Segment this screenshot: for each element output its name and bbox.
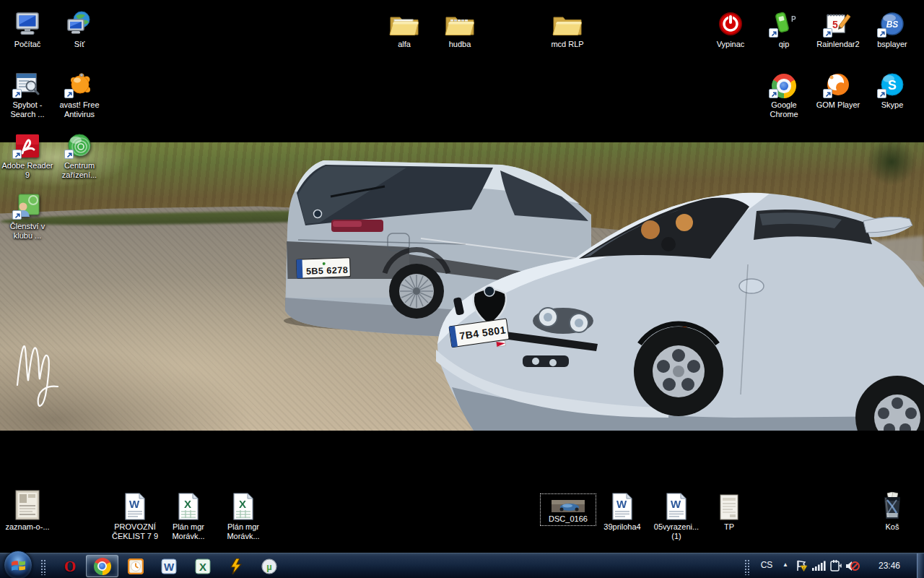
winamp-icon	[228, 558, 244, 574]
show-hidden-icons-button[interactable]: ▲	[783, 561, 788, 568]
power-icon	[714, 6, 747, 38]
svg-text:BS: BS	[886, 20, 899, 30]
icon-label: Centrum zařízení...	[52, 161, 107, 180]
icon-label: TP	[702, 522, 757, 532]
qip-icon: P	[767, 6, 801, 38]
taskbar-clock[interactable]: 23:46	[866, 561, 912, 571]
desktop-icon-pocitac[interactable]: Počítač	[0, 6, 55, 49]
icon-label: Rainlendar2	[811, 40, 866, 49]
opera-icon: O	[64, 558, 76, 576]
action-center-flag-icon[interactable]: !	[795, 559, 808, 572]
shortcut-arrow-icon	[823, 28, 832, 38]
svg-text:W: W	[616, 498, 627, 510]
taskbar-clock-app-button[interactable]	[127, 558, 144, 575]
svg-text:X: X	[199, 561, 206, 573]
shortcut-arrow-icon	[769, 28, 778, 38]
taskbar-word-button[interactable]: W	[160, 558, 178, 575]
desktop-icon-zaznam[interactable]: zaznam-o-...	[0, 488, 55, 532]
icon-label: Síť	[52, 40, 107, 49]
license-plate-left: 5B5 6278	[306, 265, 349, 277]
shortcut-arrow-icon	[769, 89, 778, 98]
shortcut-arrow-icon	[12, 150, 22, 159]
taskbar-excel-button[interactable]: X	[194, 558, 212, 575]
desktop-icon-adobe-reader[interactable]: Adobe Reader 9	[0, 127, 55, 180]
document-photo-thumbnail	[11, 488, 44, 520]
skype-icon: S	[876, 66, 909, 98]
desktop-folder-alfa[interactable]: alfa	[377, 6, 432, 49]
icon-label: PROVOZNÍ ČEKLIST 7 9	[108, 522, 162, 541]
shortcut-arrow-icon	[64, 150, 74, 159]
taskbar-chrome-button[interactable]	[86, 555, 118, 577]
taskbar-opera-button[interactable]: O	[61, 558, 79, 575]
icon-label: Plán mgr Morávk...	[216, 522, 271, 541]
desktop-icon-plan-mgr-2[interactable]: X Plán mgr Morávk...	[216, 488, 271, 541]
volume-muted-icon[interactable]	[845, 559, 860, 573]
photo-thumbnail	[552, 496, 585, 512]
icon-label: Plán mgr Morávk...	[161, 522, 216, 541]
shortcut-arrow-icon	[823, 89, 832, 98]
language-indicator[interactable]: CS	[757, 560, 776, 570]
desktop-icon-gom-player[interactable]: GOM Player	[811, 66, 866, 110]
desktop-icon-skype[interactable]: S Skype	[865, 66, 920, 110]
document-photo-thumbnail	[712, 488, 746, 520]
chrome-icon	[767, 66, 801, 98]
show-desktop-button[interactable]	[917, 553, 924, 578]
desktop-icon-dsc-0166-selected[interactable]: DSC_0166	[541, 494, 596, 525]
icon-label: avast! Free Antivirus	[52, 100, 107, 119]
toolbar-grip[interactable]	[40, 559, 47, 575]
recycle-bin-icon	[876, 488, 909, 520]
folder-icon	[443, 6, 476, 38]
desktop-icon-tp[interactable]: TP	[702, 488, 757, 532]
excel-doc-icon: X	[172, 488, 205, 520]
tray-toolbar-grip[interactable]	[744, 559, 751, 575]
desktop-icon-39priloha4[interactable]: W 39priloha4	[595, 488, 650, 532]
desktop-icon-05vyrazeni[interactable]: W 05vyrazeni... (1)	[649, 488, 704, 541]
svg-text:X: X	[184, 498, 191, 510]
svg-text:W: W	[129, 498, 140, 510]
desktop-icon-plan-mgr-1[interactable]: X Plán mgr Morávk...	[161, 488, 216, 541]
computer-icon	[11, 6, 44, 38]
taskbar-utorrent-button[interactable]: µ	[261, 558, 278, 575]
icon-label: Skype	[865, 100, 920, 110]
desktop-icon-recycle-bin[interactable]: Koš	[865, 488, 920, 532]
desktop-icon-vypinac[interactable]: Vypinac	[703, 6, 758, 49]
wallpaper-car-coupe: 7B4 5801	[430, 178, 924, 431]
desktop-icon-google-chrome[interactable]: Google Chrome	[757, 66, 811, 119]
desktop-folder-mcd-rlp[interactable]: mcd RLP	[540, 6, 595, 49]
bsplayer-icon: BS	[876, 6, 909, 38]
desktop-icon-rainlendar[interactable]: 5 Rainlendar2	[811, 6, 866, 49]
desktop-icon-centrum-zarizeni[interactable]: Centrum zařízení...	[52, 127, 107, 180]
desktop-icon-bsplayer[interactable]: BS bsplayer	[865, 6, 920, 49]
membership-doc-icon	[11, 188, 44, 220]
word-doc-icon: W	[660, 488, 693, 520]
icon-label: Koš	[865, 522, 920, 532]
taskbar: O W X	[0, 553, 924, 578]
clock-app-icon	[128, 558, 144, 574]
svg-text:W: W	[671, 498, 681, 510]
desktop-icon-qip[interactable]: P qip	[757, 6, 811, 49]
word-doc-icon: W	[118, 488, 152, 520]
svg-text:!: !	[803, 566, 805, 571]
start-button[interactable]	[4, 551, 32, 578]
shortcut-arrow-icon	[877, 89, 886, 98]
icon-label: bsplayer	[865, 40, 920, 49]
desktop-icon-spybot[interactable]: Spybot - Search ...	[0, 66, 55, 119]
desktop-icon-avast[interactable]: avast! Free Antivirus	[52, 66, 107, 119]
desktop-folder-hudba[interactable]: hudba	[432, 6, 487, 49]
icon-label: GOM Player	[811, 100, 866, 110]
icon-label: DSC_0166	[541, 514, 596, 524]
word-app-icon: W	[161, 558, 177, 574]
desktop-icon-sit[interactable]: Síť	[52, 6, 107, 49]
desktop-icon-provozni-ceklist[interactable]: W PROVOZNÍ ČEKLIST 7 9	[108, 488, 162, 541]
taskbar-winamp-button[interactable]	[227, 558, 245, 575]
wallpaper-signature	[12, 327, 69, 414]
power-plug-icon[interactable]	[829, 559, 843, 573]
svg-text:S: S	[888, 78, 897, 92]
network-signal-icon[interactable]	[811, 559, 826, 572]
desktop-icon-clenstvi[interactable]: Členství v klubu ...	[0, 188, 55, 241]
avast-icon	[63, 66, 96, 98]
icon-label: 39priloha4	[595, 522, 650, 532]
icon-label: Adobe Reader 9	[0, 161, 55, 180]
icon-label: zaznam-o-...	[0, 522, 55, 532]
shortcut-arrow-icon	[12, 210, 22, 220]
